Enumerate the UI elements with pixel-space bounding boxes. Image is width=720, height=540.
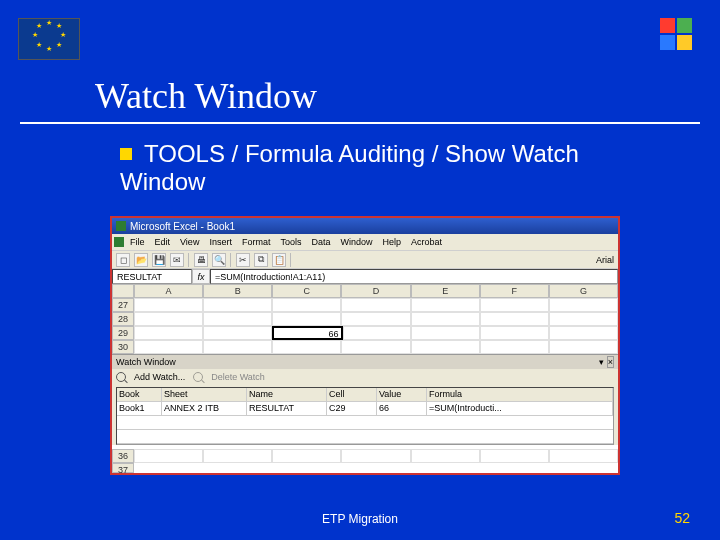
menu-file[interactable]: File: [130, 237, 145, 247]
paste-button[interactable]: 📋: [272, 253, 286, 267]
watch-close-button[interactable]: ×: [607, 356, 614, 368]
watch-val-book: Book1: [117, 402, 162, 416]
watch-val-formula: =SUM(Introducti...: [427, 402, 613, 416]
col-g[interactable]: G: [549, 284, 618, 298]
watch-headers: Book Sheet Name Cell Value Formula: [117, 388, 613, 402]
table-row: 2966: [112, 326, 618, 340]
menu-data[interactable]: Data: [311, 237, 330, 247]
menu-edit[interactable]: Edit: [155, 237, 171, 247]
excel-title-text: Microsoft Excel - Book1: [130, 221, 235, 232]
preview-button[interactable]: 🔍: [212, 253, 226, 267]
open-button[interactable]: 📂: [134, 253, 148, 267]
bullet-label: TOOLS / Formula Auditing / Show Watch Wi…: [120, 140, 579, 195]
row-30[interactable]: 30: [112, 340, 134, 354]
delete-watch-button[interactable]: Delete Watch: [211, 372, 265, 382]
col-f[interactable]: F: [480, 284, 549, 298]
page-number: 52: [674, 510, 690, 526]
excel-screenshot: Microsoft Excel - Book1 File Edit View I…: [110, 216, 620, 475]
mail-button[interactable]: ✉: [170, 253, 184, 267]
menu-view[interactable]: View: [180, 237, 199, 247]
delete-watch-icon: [193, 372, 203, 382]
windows-logo-icon: [660, 18, 696, 54]
col-d[interactable]: D: [341, 284, 410, 298]
watch-val-sheet: ANNEX 2 ITB: [162, 402, 247, 416]
watch-window-panel: Watch Window ▾ × Add Watch... Delete Wat…: [112, 354, 618, 445]
excel-toolbar: ◻ 📂 💾 ✉ 🖶 🔍 ✂ ⧉ 📋 Arial: [112, 250, 618, 268]
save-button[interactable]: 💾: [152, 253, 166, 267]
name-box[interactable]: RESULTAT: [112, 269, 192, 284]
bullet-square-icon: [120, 148, 132, 160]
watch-col-name[interactable]: Name: [247, 388, 327, 402]
add-watch-button[interactable]: Add Watch...: [134, 372, 185, 382]
new-button[interactable]: ◻: [116, 253, 130, 267]
title-underline: [20, 122, 700, 124]
col-e[interactable]: E: [411, 284, 480, 298]
excel-title-bar: Microsoft Excel - Book1: [112, 218, 618, 234]
menu-window[interactable]: Window: [340, 237, 372, 247]
watch-col-book[interactable]: Book: [117, 388, 162, 402]
watch-col-sheet[interactable]: Sheet: [162, 388, 247, 402]
row-28[interactable]: 28: [112, 312, 134, 326]
watch-dropdown-icon[interactable]: ▾: [599, 357, 604, 367]
table-row: 37: [112, 463, 618, 473]
cut-button[interactable]: ✂: [236, 253, 250, 267]
watch-grid: Book Sheet Name Cell Value Formula Book1…: [116, 387, 614, 445]
row-29[interactable]: 29: [112, 326, 134, 340]
watch-row-empty: [117, 416, 613, 430]
col-a[interactable]: A: [134, 284, 203, 298]
watch-toolbar: Add Watch... Delete Watch: [112, 369, 618, 385]
table-row: 36: [112, 449, 618, 463]
row-27[interactable]: 27: [112, 298, 134, 312]
table-row: 27: [112, 298, 618, 312]
col-b[interactable]: B: [203, 284, 272, 298]
eu-flag-icon: ★ ★ ★ ★ ★ ★ ★ ★: [18, 18, 80, 60]
watch-col-value[interactable]: Value: [377, 388, 427, 402]
print-button[interactable]: 🖶: [194, 253, 208, 267]
selected-cell[interactable]: 66: [272, 326, 343, 340]
watch-val-cell: C29: [327, 402, 377, 416]
formula-input[interactable]: =SUM(Introduction!A1:A11): [210, 269, 618, 284]
footer-center: ETP Migration: [0, 512, 720, 526]
watch-col-cell[interactable]: Cell: [327, 388, 377, 402]
table-row: 30: [112, 340, 618, 354]
menu-help[interactable]: Help: [382, 237, 401, 247]
excel-grid: A B C D E F G 27 28 2966 30: [112, 284, 618, 354]
excel-doc-icon: [114, 237, 124, 247]
bullet-text: TOOLS / Formula Auditing / Show Watch Wi…: [120, 140, 660, 196]
excel-menu-bar: File Edit View Insert Format Tools Data …: [112, 234, 618, 250]
watch-window-titlebar: Watch Window ▾ ×: [112, 355, 618, 369]
font-label: Arial: [596, 255, 614, 265]
fx-button[interactable]: fx: [192, 269, 210, 284]
excel-formula-bar: RESULTAT fx =SUM(Introduction!A1:A11): [112, 268, 618, 284]
watch-col-formula[interactable]: Formula: [427, 388, 613, 402]
excel-app-icon: [116, 221, 126, 231]
menu-format[interactable]: Format: [242, 237, 271, 247]
menu-insert[interactable]: Insert: [209, 237, 232, 247]
page-title: Watch Window: [95, 75, 317, 117]
add-watch-icon: [116, 372, 126, 382]
watch-val-name: RESULTAT: [247, 402, 327, 416]
watch-row[interactable]: Book1 ANNEX 2 ITB RESULTAT C29 66 =SUM(I…: [117, 402, 613, 416]
watch-window-title: Watch Window: [116, 357, 176, 367]
column-headers: A B C D E F G: [112, 284, 618, 298]
table-row: 28: [112, 312, 618, 326]
menu-acrobat[interactable]: Acrobat: [411, 237, 442, 247]
col-c[interactable]: C: [272, 284, 341, 298]
row-36[interactable]: 36: [112, 449, 134, 463]
watch-val-value: 66: [377, 402, 427, 416]
copy-button[interactable]: ⧉: [254, 253, 268, 267]
menu-tools[interactable]: Tools: [280, 237, 301, 247]
watch-row-empty: [117, 430, 613, 444]
excel-grid-bottom: 36 37: [112, 449, 618, 473]
row-37[interactable]: 37: [112, 463, 134, 473]
